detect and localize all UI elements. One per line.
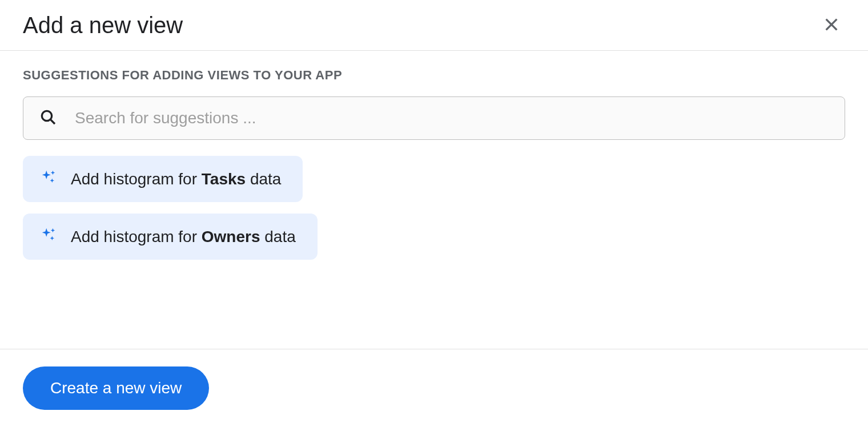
- close-button[interactable]: [818, 11, 845, 39]
- suggestion-bold: Tasks: [202, 170, 246, 188]
- suggestion-text: Add histogram for Tasks data: [71, 170, 281, 188]
- search-input[interactable]: [23, 96, 845, 140]
- dialog-header: Add a new view: [0, 0, 868, 51]
- suggestion-bold: Owners: [202, 228, 260, 245]
- sparkle-icon: [40, 226, 57, 247]
- suggestion-suffix: data: [246, 170, 281, 188]
- search-wrapper: [23, 96, 845, 140]
- suggestion-text: Add histogram for Owners data: [71, 228, 296, 246]
- sparkle-icon: [40, 168, 57, 190]
- suggestion-item-tasks[interactable]: Add histogram for Tasks data: [23, 156, 303, 202]
- dialog-footer: Create a new view: [0, 349, 868, 427]
- dialog-title: Add a new view: [23, 13, 183, 38]
- suggestion-prefix: Add histogram for: [71, 228, 202, 245]
- dialog-content: SUGGESTIONS FOR ADDING VIEWS TO YOUR APP: [0, 51, 868, 349]
- suggestion-list: Add histogram for Tasks data Add histogr…: [23, 156, 845, 260]
- add-view-dialog: Add a new view SUGGESTIONS FOR ADDING VI…: [0, 0, 868, 427]
- suggestions-heading: SUGGESTIONS FOR ADDING VIEWS TO YOUR APP: [23, 68, 845, 83]
- suggestion-prefix: Add histogram for: [71, 170, 202, 188]
- close-icon: [822, 15, 841, 35]
- create-view-button[interactable]: Create a new view: [23, 366, 209, 410]
- suggestion-suffix: data: [260, 228, 295, 245]
- suggestion-item-owners[interactable]: Add histogram for Owners data: [23, 213, 318, 260]
